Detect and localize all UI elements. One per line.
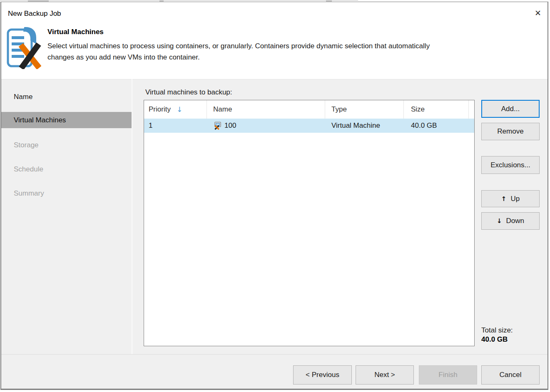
sidebar-divider xyxy=(132,79,132,355)
close-icon[interactable]: ✕ xyxy=(531,6,545,20)
down-button-label: Down xyxy=(506,217,524,225)
sidebar-item-name[interactable]: Name xyxy=(1,89,132,105)
vm-table: Priority ↓ Name Type Size 1 xyxy=(144,100,475,346)
finish-button[interactable]: Finish xyxy=(419,365,477,385)
cell-size: 40.0 GB xyxy=(404,119,469,133)
step-description-line1: Select virtual machines to process using… xyxy=(47,40,543,52)
down-arrow-icon: ↓ xyxy=(497,217,502,225)
down-button[interactable]: ↓ Down xyxy=(481,212,540,230)
dialog-titlebar: New Backup Job ✕ xyxy=(1,2,548,19)
sort-descending-icon: ↓ xyxy=(177,105,182,114)
column-header-name[interactable]: Name xyxy=(207,100,325,119)
step-description-line2: changes as you add new VMs into the cont… xyxy=(47,52,543,63)
add-button[interactable]: Add... xyxy=(481,100,540,118)
table-row-vm-100[interactable]: 1 100 Virtual Machine 40.0 GB xyxy=(144,119,474,133)
total-size-label: Total size: xyxy=(481,326,513,335)
backup-job-document-icon xyxy=(6,26,41,69)
cell-name-label: 100 xyxy=(224,122,236,130)
footer-separator xyxy=(1,354,548,355)
column-header-type[interactable]: Type xyxy=(325,100,404,119)
column-header-stub xyxy=(469,100,474,119)
cell-stub xyxy=(469,119,474,133)
up-arrow-icon: ↑ xyxy=(501,195,507,203)
cancel-button[interactable]: Cancel xyxy=(481,365,540,385)
dialog-title: New Backup Job xyxy=(8,10,61,18)
previous-button[interactable]: < Previous xyxy=(293,365,352,385)
column-header-size[interactable]: Size xyxy=(404,100,469,119)
cell-type: Virtual Machine xyxy=(325,119,404,133)
sidebar-item-storage[interactable]: Storage xyxy=(1,137,132,153)
sidebar-item-summary[interactable]: Summary xyxy=(1,185,132,201)
up-button[interactable]: ↑ Up xyxy=(481,190,540,207)
cell-name: 100 xyxy=(207,119,325,133)
background-window-edge xyxy=(0,0,358,0)
wizard-header: Virtual Machines Select virtual machines… xyxy=(1,19,548,79)
remove-button[interactable]: Remove xyxy=(481,123,540,140)
cell-priority: 1 xyxy=(144,119,207,133)
column-header-priority-label: Priority xyxy=(149,105,171,114)
vm-table-header: Priority ↓ Name Type Size xyxy=(144,100,474,119)
exclusions-button[interactable]: Exclusions... xyxy=(481,156,540,174)
step-title: Virtual Machines xyxy=(47,28,104,36)
proxmox-vm-icon xyxy=(213,122,221,130)
vm-list-label: Virtual machines to backup: xyxy=(145,88,232,97)
next-button[interactable]: Next > xyxy=(356,365,414,385)
step-description: Select virtual machines to process using… xyxy=(47,40,543,63)
new-backup-job-dialog: New Backup Job ✕ Virtual Machines Select… xyxy=(0,2,548,390)
sidebar-item-schedule[interactable]: Schedule xyxy=(1,161,132,177)
sidebar-item-virtual-machines[interactable]: Virtual Machines xyxy=(1,112,132,128)
up-button-label: Up xyxy=(510,195,520,203)
total-size-value: 40.0 GB xyxy=(481,335,508,344)
column-header-priority[interactable]: Priority ↓ xyxy=(144,100,207,119)
